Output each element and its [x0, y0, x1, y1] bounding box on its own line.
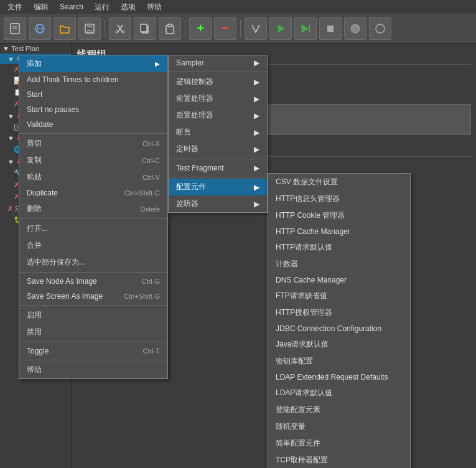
ctx-copy-label: 复制	[27, 155, 42, 166]
ctx-merge[interactable]: 合并	[19, 237, 167, 254]
tree-testplan[interactable]: ▼ Test Plan	[0, 44, 71, 54]
sub-logic-ctrl-label: 逻辑控制器	[176, 77, 213, 87]
ctx-delete-shortcut: Delete	[140, 205, 160, 213]
sub-post-processor[interactable]: 后置处理器 ▶	[169, 107, 267, 124]
sub2-http-cache[interactable]: HTTP Cache Manager	[268, 224, 410, 239]
menu-file[interactable]: 文件	[2, 1, 27, 14]
sub2-simple-config[interactable]: 简单配置元件	[268, 435, 410, 452]
ctx-start-no-pauses[interactable]: Start no pauses	[19, 102, 167, 117]
sub2-tcp-config[interactable]: TCP取样器配置	[268, 452, 410, 468]
tree-json-icon: {}	[14, 123, 18, 131]
ctx-save-screen-shortcut: Ctrl+Shift-G	[124, 292, 160, 300]
toolbar-circle2[interactable]	[369, 17, 391, 40]
menu-edit[interactable]: 编辑	[29, 1, 54, 14]
ctx-help[interactable]: 帮助	[19, 362, 167, 378]
ctx-add-think-times[interactable]: Add Think Times to children	[19, 72, 167, 87]
sub-pre-processor-label: 前置处理器	[176, 93, 213, 104]
sub-assertion[interactable]: 断言 ▶	[169, 124, 267, 141]
ctx-copy[interactable]: 复制 Ctrl-C	[19, 152, 167, 169]
menu-help[interactable]: 帮助	[142, 1, 167, 14]
ctx-open-label: 打开...	[27, 223, 48, 234]
ctx-save-node-shortcut: Ctrl-G	[142, 278, 160, 285]
sub2-login-config[interactable]: 登陆配置元素	[268, 401, 410, 418]
submenu-config: CSV 数据文件设置 HTTP信息头管理器 HTTP Cookie 管理器 HT…	[268, 173, 411, 468]
toolbar-stop[interactable]	[319, 17, 342, 40]
toolbar-sep3	[240, 20, 241, 37]
sub-timer-label: 定时器	[176, 144, 198, 154]
toolbar-play-no-pause[interactable]	[294, 17, 317, 40]
ctx-sep3	[19, 272, 167, 273]
sub2-http-cookie[interactable]: HTTP Cookie 管理器	[268, 207, 410, 224]
sub2-http-header[interactable]: HTTP信息头管理器	[268, 190, 410, 207]
ctx-delete[interactable]: 删除 Delete	[19, 200, 167, 217]
sub2-dns-cache[interactable]: DNS Cache Manager	[268, 273, 410, 288]
ctx-save-node-image[interactable]: Save Node As Image Ctrl-G	[19, 274, 167, 289]
sub2-java-default[interactable]: Java请求默认值	[268, 336, 410, 353]
ctx-merge-label: 合并	[27, 240, 42, 251]
svg-point-21	[351, 24, 360, 33]
sub-sampler[interactable]: Sampler ▶	[169, 55, 267, 70]
ctx-disable[interactable]: 禁用	[19, 324, 167, 340]
toolbar-open[interactable]	[54, 17, 76, 40]
sub2-random-var[interactable]: 随机变量	[268, 418, 410, 435]
ctx-sep6	[19, 360, 167, 360]
sub2-counter[interactable]: 计数器	[268, 256, 410, 273]
ctx-add-think-label: Add Think Times to children	[27, 75, 119, 84]
sub-test-fragment[interactable]: Test Fragment ▶	[169, 161, 267, 176]
toolbar-save[interactable]	[78, 17, 101, 40]
toolbar-paste[interactable]	[159, 17, 181, 40]
svg-marker-17	[278, 25, 284, 32]
sub-logic-ctrl[interactable]: 逻辑控制器 ▶	[169, 73, 267, 90]
svg-rect-20	[327, 26, 334, 32]
sub2-jdbc[interactable]: JDBC Connection Configuration	[268, 321, 410, 336]
ctx-toggle[interactable]: Toggle Ctrl-T	[19, 344, 167, 358]
sub2-csv[interactable]: CSV 数据文件设置	[268, 174, 410, 190]
ctx-validate[interactable]: Validate	[19, 117, 167, 132]
toolbar-add[interactable]: +	[189, 17, 212, 40]
ctx-paste[interactable]: 粘贴 Ctrl-V	[19, 169, 167, 185]
sub-config-element[interactable]: 配置元件 ▶	[169, 179, 267, 195]
toolbar-copy[interactable]	[134, 17, 156, 40]
ctx-sep5	[19, 342, 167, 342]
ctx-open[interactable]: 打开...	[19, 220, 167, 237]
sub-sampler-arrow: ▶	[254, 58, 259, 67]
menu-search[interactable]: Search	[55, 1, 88, 12]
ctx-enable[interactable]: 启用	[19, 307, 167, 324]
sub-timer[interactable]: 定时器 ▶	[169, 141, 267, 157]
ctx-duplicate[interactable]: Duplicate Ctrl+Shift-C	[19, 185, 167, 200]
menubar: 文件 编辑 Search 运行 选项 帮助	[0, 0, 476, 14]
svg-rect-7	[87, 24, 92, 27]
sub-logic-ctrl-arrow: ▶	[254, 78, 259, 87]
sub2-keystore[interactable]: 密钥库配置	[268, 353, 410, 370]
toolbar-expand[interactable]	[245, 17, 267, 40]
sub-assertion-arrow: ▶	[254, 128, 259, 137]
toolbar-remove[interactable]: −	[214, 17, 236, 40]
menu-run[interactable]: 运行	[90, 1, 114, 14]
svg-marker-18	[302, 25, 308, 32]
tree-testplan-label: Test Plan	[11, 45, 39, 52]
sub2-http-auth[interactable]: HTTP授权管理器	[268, 304, 410, 321]
sub2-ftp-default[interactable]: FTP请求缺省值	[268, 288, 410, 304]
menu-options[interactable]: 选项	[116, 1, 141, 14]
ctx-start[interactable]: Start	[19, 87, 167, 102]
ctx-cut[interactable]: 剪切 Ctrl-X	[19, 135, 167, 152]
ctx-duplicate-label: Duplicate	[27, 189, 58, 197]
toolbar-web[interactable]	[29, 17, 51, 40]
toolbar-cut[interactable]	[109, 17, 131, 40]
ctx-save-screen-image[interactable]: Save Screen As Image Ctrl+Shift-G	[19, 289, 167, 304]
ctx-disable-label: 禁用	[27, 327, 42, 337]
ctx-add[interactable]: 添加 ▶	[19, 55, 167, 72]
sub2-ldap-extended[interactable]: LDAP Extended Request Defaults	[268, 370, 410, 385]
toolbar-play[interactable]	[269, 17, 292, 40]
sub-listener-label: 监听器	[176, 199, 198, 209]
toolbar-circle[interactable]	[344, 17, 366, 40]
sub-assertion-label: 断言	[176, 127, 191, 138]
sub2-ldap-default[interactable]: LDAP请求默认值	[268, 385, 410, 401]
sub-listener[interactable]: 监听器 ▶	[169, 195, 267, 212]
sub-pre-processor[interactable]: 前置处理器 ▶	[169, 90, 267, 107]
ctx-save-selected[interactable]: 选中部分保存为...	[19, 254, 167, 271]
sub-post-processor-label: 后置处理器	[176, 110, 213, 121]
toolbar-new[interactable]	[4, 17, 26, 40]
sub2-http-request-default[interactable]: HTTP请求默认值	[268, 239, 410, 256]
svg-rect-16	[168, 24, 172, 27]
